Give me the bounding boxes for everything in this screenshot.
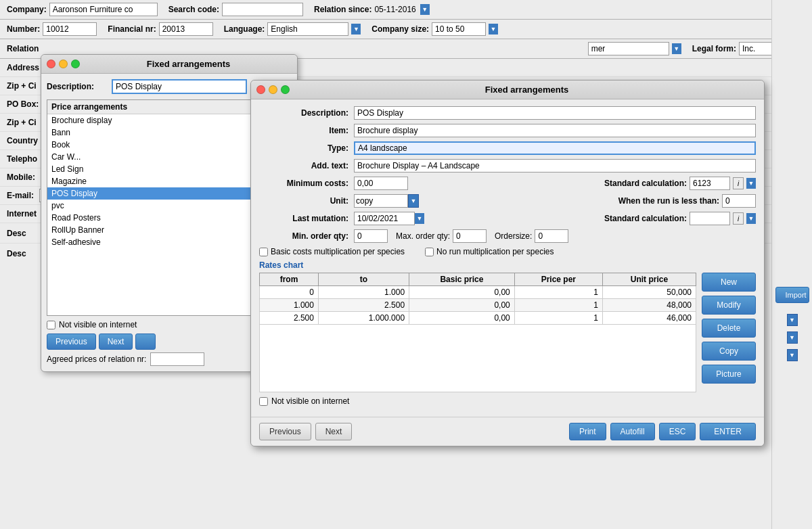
- scroll-down-1[interactable]: ▼: [787, 314, 798, 326]
- d2-enter-btn[interactable]: ENTER: [700, 423, 756, 440]
- d2-unit-dropdown[interactable]: ▼: [408, 194, 419, 208]
- scroll-down-3[interactable]: ▼: [787, 349, 798, 361]
- dialog-1-maximize-btn[interactable]: [71, 60, 80, 68]
- timer-input[interactable]: [588, 42, 669, 55]
- d2-maxorder-input[interactable]: [453, 229, 487, 243]
- dialog-1-prev-btn[interactable]: Previous: [47, 334, 96, 350]
- dialog-2-close-btn[interactable]: [256, 85, 265, 94]
- d2-item-row: Item:: [259, 124, 756, 137]
- d2-autofill-btn[interactable]: Autofill: [610, 423, 655, 440]
- rates-empty-space: [259, 325, 696, 392]
- d2-no-run-checkbox-label[interactable]: No run multiplication per species: [425, 247, 554, 256]
- d2-rates-table-container: from to Basic price Price per Unit price…: [259, 273, 696, 392]
- company-size-dropdown[interactable]: ▼: [489, 24, 498, 34]
- d2-esc-btn[interactable]: ESC: [659, 423, 696, 440]
- d2-type-row: Type:: [259, 141, 756, 155]
- dialog-2-maximize-btn[interactable]: [281, 85, 290, 94]
- d2-description-input[interactable]: [354, 106, 756, 120]
- rates-cell-unit-price: 50,000: [602, 286, 696, 299]
- modify-button[interactable]: Modify: [702, 296, 756, 315]
- dialog-1-minimize-btn[interactable]: [59, 60, 68, 68]
- language-dropdown[interactable]: ▼: [351, 24, 361, 34]
- d2-print-btn[interactable]: Print: [569, 423, 606, 440]
- d2-rates-title: Rates chart: [259, 260, 756, 270]
- d2-addtext-input[interactable]: [354, 159, 756, 172]
- d2-stdcalc-info-btn[interactable]: i: [733, 177, 744, 189]
- search-code-input[interactable]: [222, 3, 303, 16]
- dialog-2-title: Fixed arrangements: [295, 85, 759, 95]
- dialog-2-minimize-btn[interactable]: [269, 85, 277, 94]
- d2-basic-costs-label: Basic costs multiplication per species: [271, 247, 405, 256]
- company-label: Company:: [7, 5, 47, 14]
- dialog-1-extra-btn[interactable]: [135, 334, 156, 350]
- d2-unit-row: Unit: ▼ When the run is less than:: [259, 194, 756, 208]
- timer-dropdown[interactable]: ▼: [672, 43, 681, 54]
- relation-since-dropdown[interactable]: ▼: [420, 4, 430, 15]
- d2-lastmut-input[interactable]: [354, 212, 415, 225]
- d2-minorder-input[interactable]: [354, 229, 388, 243]
- dialog-1-title: Fixed arrangements: [85, 59, 292, 69]
- rates-col-price-per: Price per: [514, 273, 602, 286]
- scroll-down-2[interactable]: ▼: [787, 331, 798, 344]
- d2-stdcalc-input[interactable]: [690, 177, 730, 190]
- copy-button[interactable]: Copy: [702, 342, 756, 361]
- rates-cell-basic: 0,00: [409, 312, 515, 325]
- rates-cell-to: 1.000: [318, 286, 409, 299]
- language-input[interactable]: [267, 22, 348, 36]
- financial-nr-input[interactable]: [159, 22, 213, 36]
- d2-no-run-checkbox[interactable]: [425, 248, 434, 256]
- not-visible-label-1[interactable]: Not visible on internet: [59, 320, 137, 329]
- agreed-prices-input[interactable]: [150, 352, 204, 366]
- dialog-1-close-btn[interactable]: [47, 60, 55, 68]
- d2-basic-costs-checkbox-label[interactable]: Basic costs multiplication per species: [259, 247, 405, 256]
- d2-not-visible-checkbox[interactable]: [259, 397, 268, 406]
- d2-rates-section: Rates chart from to Basic price Price pe…: [259, 260, 756, 392]
- d2-item-label: Item:: [259, 126, 354, 135]
- number-input[interactable]: [43, 22, 97, 36]
- rates-row[interactable]: 2.500 1.000.000 0,00 1 46,000: [260, 312, 696, 325]
- d2-unit-input[interactable]: [354, 194, 408, 208]
- picture-button[interactable]: Picture: [702, 365, 756, 384]
- company-size-input[interactable]: [432, 22, 486, 36]
- d2-prev-btn[interactable]: Previous: [259, 423, 311, 440]
- delete-button[interactable]: Delete: [702, 319, 756, 338]
- d2-type-input[interactable]: [354, 141, 756, 155]
- new-button[interactable]: New: [702, 273, 756, 292]
- not-visible-checkbox-1[interactable]: [47, 321, 55, 329]
- d2-lastmut-label: Last mutation:: [259, 214, 354, 223]
- d2-stdcalc2-info-btn[interactable]: i: [733, 212, 744, 225]
- dialog-1-desc-label: Description:: [47, 82, 108, 91]
- dialog-2-win-controls: [256, 85, 290, 94]
- dialog-2-content: Description: Item: Type: Add. text: Mini…: [251, 99, 764, 417]
- d2-side-buttons: New Modify Delete Copy Picture: [702, 273, 756, 392]
- d2-stdcalc2-input[interactable]: [690, 212, 730, 225]
- search-code-label: Search code:: [168, 5, 219, 14]
- d2-description-label: Description:: [259, 108, 354, 118]
- d2-mincosts-row: Minimum costs: Standard calculation: i ▼: [259, 177, 756, 190]
- d2-stdcalc-dropdown[interactable]: ▼: [746, 178, 756, 189]
- d2-stdcalc2-dropdown[interactable]: ▼: [746, 213, 756, 224]
- d2-next-btn[interactable]: Next: [315, 423, 353, 440]
- d2-stdcalc2-group: Standard calculation: i ▼: [604, 212, 756, 225]
- rates-row[interactable]: 0 1.000 0,00 1 50,000: [260, 286, 696, 299]
- d2-mincosts-input[interactable]: [354, 177, 408, 190]
- rates-col-basic: Basic price: [409, 273, 515, 286]
- zip-city-label: Zip + Ci: [7, 81, 37, 91]
- d2-not-visible-label[interactable]: Not visible on internet: [271, 396, 349, 406]
- company-size-label: Company size:: [371, 24, 429, 34]
- d2-whenrun-input[interactable]: [722, 194, 756, 208]
- relation-label-group: Relation: [7, 44, 39, 53]
- financial-nr-label: Financial nr:: [108, 24, 156, 34]
- rates-cell-price-per: 1: [514, 312, 602, 325]
- d2-lastmut-dropdown[interactable]: ▼: [415, 213, 424, 224]
- company-input[interactable]: [49, 3, 158, 16]
- rates-row[interactable]: 1.000 2.500 0,00 1 48,000: [260, 299, 696, 312]
- desc-label: Desc: [7, 229, 26, 238]
- dialog-1-desc-input[interactable]: [112, 79, 247, 94]
- dialog-1-next-btn[interactable]: Next: [99, 334, 133, 350]
- d2-rates-layout: from to Basic price Price per Unit price…: [259, 273, 756, 392]
- d2-item-input[interactable]: [354, 124, 756, 137]
- d2-basic-costs-checkbox[interactable]: [259, 248, 268, 256]
- d2-ordersize-input[interactable]: [535, 229, 568, 243]
- import-button[interactable]: Import: [775, 287, 809, 303]
